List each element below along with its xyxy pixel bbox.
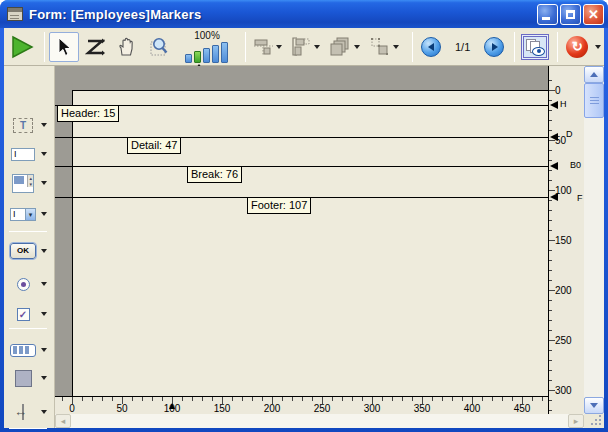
zoom-level-label: 100% [194, 30, 220, 41]
distribute-tool-button[interactable] [286, 31, 324, 63]
vertical-ruler-tick [549, 300, 552, 301]
text-tool[interactable]: T [8, 112, 52, 138]
combobox-tool-dropdown-arrow-icon[interactable] [41, 212, 47, 216]
minimize-button[interactable] [537, 4, 558, 25]
horizontal-ruler-label: 50 [116, 404, 127, 414]
distribute-dropdown-arrow-icon[interactable] [314, 45, 320, 49]
button-tool-dropdown-arrow-icon[interactable] [41, 249, 47, 253]
input-tool-dropdown-arrow-icon[interactable] [41, 152, 47, 156]
entry-order-tool-button[interactable] [79, 31, 111, 63]
vertical-ruler-tick [549, 210, 552, 211]
scroll-right-button[interactable]: ▸ [568, 414, 584, 428]
close-button[interactable]: ✕ [583, 4, 604, 25]
zoom-bar-800[interactable] [221, 42, 228, 63]
sync-dropdown-arrow-icon[interactable] [595, 45, 601, 49]
run-form-button[interactable] [4, 31, 40, 63]
zoom-bar-50[interactable] [185, 54, 192, 63]
marker-label[interactable]: Header: 15 [57, 105, 119, 122]
horizontal-ruler-tick [392, 397, 393, 401]
resize-tool-button[interactable] [364, 31, 404, 63]
form-canvas[interactable]: Header: 15Detail: 47Break: 76Footer: 107 [55, 66, 548, 396]
resize-grip[interactable] [584, 414, 604, 428]
zoom-bar-200[interactable] [203, 48, 210, 63]
zoom-bar-400[interactable] [212, 45, 219, 63]
resize-dropdown-arrow-icon[interactable] [393, 45, 399, 49]
checkbox-tool[interactable]: ✓ [8, 301, 52, 327]
rectangle-tool[interactable] [8, 365, 52, 391]
maximize-button[interactable] [560, 4, 581, 25]
splitter-tool-dropdown-arrow-icon[interactable] [41, 410, 47, 414]
marker-label[interactable]: Footer: 107 [247, 197, 311, 214]
tool-palette: T I I OK [4, 66, 55, 428]
layers-dropdown-arrow-icon[interactable] [354, 45, 360, 49]
segmented-button-tool-dropdown-arrow-icon[interactable] [41, 348, 47, 352]
radio-tool-dropdown-arrow-icon[interactable] [41, 282, 47, 286]
palette-separator [9, 328, 47, 329]
form-page[interactable] [72, 90, 548, 396]
horizontal-ruler-tick [242, 397, 243, 401]
next-page-button[interactable] [480, 31, 508, 63]
radio-tool[interactable] [8, 271, 52, 297]
marker-label[interactable]: Detail: 47 [127, 137, 181, 154]
sync-button[interactable]: ↻ [562, 31, 592, 63]
scroll-down-button[interactable] [584, 397, 604, 414]
text-tool-icon: T [13, 118, 33, 133]
horizontal-ruler-tick [362, 397, 363, 401]
resize-icon [370, 37, 390, 56]
ruler-marker-triangle-icon[interactable] [550, 162, 558, 170]
minimize-icon [542, 17, 550, 20]
vertical-ruler-tick [549, 230, 552, 231]
splitter-tool[interactable] [8, 399, 52, 425]
horizontal-ruler-tick [332, 397, 333, 401]
ruler-marker-triangle-icon[interactable] [550, 193, 558, 201]
scroll-down-icon [590, 403, 598, 408]
vertical-ruler: 050100150200250300HDB0F [548, 66, 584, 414]
scroll-up-button[interactable] [584, 66, 604, 83]
layers-tool-button[interactable] [324, 31, 364, 63]
marker-label[interactable]: Break: 76 [187, 166, 242, 183]
horizontal-scrollbar[interactable]: ◂ ▸ [55, 414, 584, 428]
horizontal-ruler-tick [482, 397, 483, 401]
marker-line[interactable] [55, 105, 548, 106]
segmented-button-tool[interactable] [8, 337, 52, 363]
text-tool-dropdown-arrow-icon[interactable] [41, 123, 47, 127]
ruler-marker-letter: B0 [570, 161, 581, 170]
vertical-ruler-tick [549, 120, 552, 121]
move-tool-button[interactable] [111, 31, 143, 63]
ruler-marker-triangle-icon[interactable] [550, 133, 558, 141]
listbox-tool-dropdown-arrow-icon[interactable] [41, 181, 47, 185]
rectangle-tool-dropdown-arrow-icon[interactable] [41, 376, 47, 380]
button-tool[interactable]: OK [8, 238, 52, 264]
align-dropdown-arrow-icon[interactable] [276, 45, 282, 49]
horizontal-ruler-tick [62, 397, 63, 401]
checkbox-tool-dropdown-arrow-icon[interactable] [41, 312, 47, 316]
vertical-ruler-tick [549, 160, 552, 161]
horizontal-ruler-tick [382, 397, 383, 401]
vertical-ruler-tick [549, 310, 552, 311]
horizontal-ruler-tick [282, 397, 283, 401]
preview-button[interactable] [521, 34, 549, 60]
input-tool[interactable]: I [8, 141, 52, 167]
scroll-left-button[interactable]: ◂ [55, 414, 71, 428]
ruler-marker-letter: H [560, 100, 567, 109]
zoom-bars-icon[interactable] [185, 41, 230, 63]
ruler-marker-triangle-icon[interactable] [550, 101, 558, 109]
next-page-icon [484, 37, 504, 57]
vertical-ruler-tick [549, 250, 552, 251]
marker-line[interactable] [55, 166, 548, 167]
vertical-scrollbar[interactable] [584, 66, 604, 414]
horizontal-ruler-tick [102, 397, 103, 401]
zoom-level-widget[interactable]: 100% [179, 30, 235, 63]
titlebar[interactable]: Form: [Employees]Markers ✕ [0, 0, 608, 28]
listbox-tool[interactable] [8, 170, 52, 196]
previous-page-button[interactable] [417, 31, 445, 63]
align-tool-button[interactable] [250, 31, 286, 63]
select-tool-button[interactable] [49, 32, 79, 62]
vertical-ruler-label: 250 [555, 336, 572, 346]
vertical-ruler-label: 300 [555, 386, 572, 396]
zoom-tool-button[interactable] [143, 31, 175, 63]
zoom-bar-100[interactable] [194, 51, 201, 63]
combobox-tool[interactable]: I [8, 201, 52, 227]
vertical-scrollbar-thumb[interactable] [584, 83, 604, 118]
horizontal-ruler-tick [512, 397, 513, 401]
